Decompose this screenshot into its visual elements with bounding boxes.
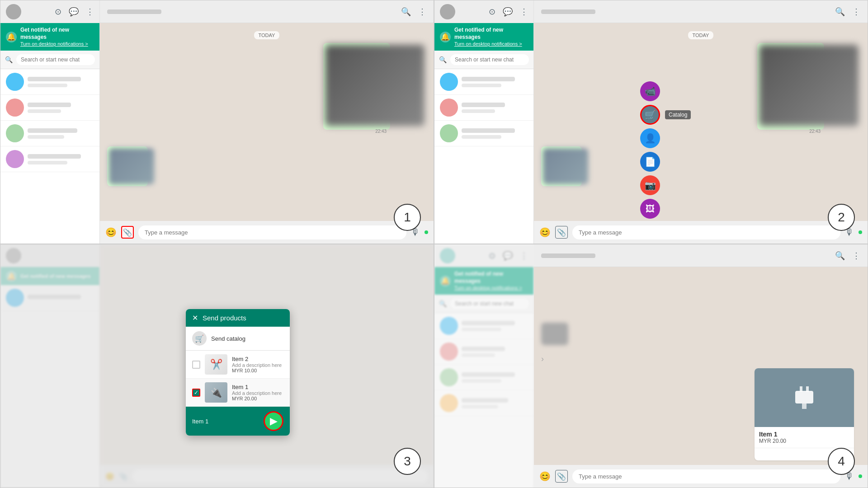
attach-button[interactable]: 📎 <box>121 226 134 239</box>
step2-user-avatar <box>440 4 455 19</box>
step3-dialog-title: Send products <box>203 314 246 322</box>
step1-message-input[interactable] <box>138 225 406 239</box>
chat-icon[interactable]: 💬 <box>69 7 79 17</box>
community-icon2[interactable]: ⊙ <box>489 7 495 17</box>
community-icon4[interactable]: ⊙ <box>489 251 495 261</box>
step2-sidebar-header: ⊙ 💬 ⋮ <box>434 0 533 23</box>
step3-close-button[interactable]: ✕ <box>192 314 198 322</box>
step3-send-catalog-row[interactable]: 🛒 Send catalog <box>186 327 290 351</box>
chat-list-item[interactable] <box>434 390 533 416</box>
emoji-button4[interactable]: 😊 <box>539 471 551 482</box>
step3-product-item2[interactable]: ✂️ Item 2 Add a description here MYR 10.… <box>186 351 290 379</box>
chat-icon2[interactable]: 💬 <box>503 7 513 17</box>
catalog-attach-button[interactable]: 🛒 Catalog <box>640 105 660 125</box>
contact-attach-button[interactable]: 👤 <box>640 128 660 148</box>
chat-list-item[interactable] <box>0 95 99 121</box>
step2-search-input[interactable] <box>450 54 529 65</box>
step2-message-input[interactable] <box>572 225 840 239</box>
step2-chat-area: 🔍 ⋮ TODAY 22:43 📹 <box>534 0 868 244</box>
chat-info <box>28 128 94 139</box>
menu-icon2[interactable]: ⋮ <box>520 7 528 17</box>
chat-info <box>28 154 94 164</box>
notification-icon: 🔔 <box>6 32 17 42</box>
step3-product-item1[interactable]: 🔌 Item 1 Add a description here MYR 20.0… <box>186 379 290 407</box>
search-chat-icon[interactable]: 🔍 <box>401 7 411 17</box>
chat-avatar <box>6 99 24 117</box>
step3-product2-checkbox[interactable] <box>192 361 200 369</box>
more-options-icon[interactable]: ⋮ <box>418 7 426 17</box>
emoji-bg: 😊 <box>105 472 114 481</box>
step3-product1-info: Item 1 Add a description here MYR 20.00 <box>232 384 283 401</box>
chat-title-blur4 <box>541 253 595 258</box>
step3-product1-checkbox[interactable] <box>192 389 200 397</box>
online-dot4 <box>859 474 862 478</box>
attach-button4[interactable]: 📎 <box>555 470 568 483</box>
search-chat-icon2[interactable]: 🔍 <box>835 7 845 17</box>
step1-chat-list <box>0 69 99 244</box>
chat-list-item[interactable] <box>434 121 533 146</box>
gallery-icon: 🖼 <box>646 204 655 214</box>
chat-list-item[interactable] <box>0 69 99 95</box>
blurred-small-image <box>109 148 154 184</box>
attach-button2[interactable]: 📎 <box>555 226 568 239</box>
video-attach-button[interactable]: 📹 <box>640 81 660 101</box>
chat-list-item[interactable] <box>434 365 533 390</box>
chat-title-blur2 <box>541 9 595 14</box>
menu-icon4[interactable]: ⋮ <box>520 251 528 261</box>
chat-list-item[interactable] <box>0 146 99 172</box>
chat-info <box>462 321 528 331</box>
emoji-button[interactable]: 😊 <box>105 227 117 238</box>
chat-list-item[interactable] <box>434 95 533 121</box>
step1-search-input[interactable] <box>16 54 95 65</box>
more-options-icon4[interactable]: ⋮ <box>852 251 860 261</box>
chat-avatar <box>440 73 458 91</box>
chat-icon4[interactable]: 💬 <box>503 251 513 261</box>
chat-list-item[interactable] <box>434 339 533 365</box>
svg-rect-3 <box>806 386 809 392</box>
community-icon[interactable]: ⊙ <box>55 7 61 17</box>
gallery-attach-button[interactable]: 🖼 <box>640 199 660 219</box>
chat-avatar <box>440 317 458 335</box>
search-chat-icon4[interactable]: 🔍 <box>835 251 845 261</box>
chat-name-blur <box>462 128 515 133</box>
blurred-image2 <box>759 45 859 126</box>
camera-attach-button[interactable]: 📷 <box>640 175 660 195</box>
chat-preview-blur <box>28 135 64 139</box>
step4-product-message: Item 1 MYR 20.00 View <box>755 368 854 460</box>
step1-date-badge: TODAY <box>254 31 280 39</box>
chat-name-blur <box>28 154 81 159</box>
chat-list-item[interactable] <box>434 69 533 95</box>
step2-messages-area: TODAY 22:43 <box>534 23 868 221</box>
step2-chat-header: 🔍 ⋮ <box>534 0 868 23</box>
step3-send-button[interactable]: ▶ <box>264 411 283 431</box>
camera-icon: 📷 <box>645 180 656 191</box>
step4-messages-area: › Item 1 MYR 20.00 View <box>534 267 868 465</box>
chat-list-item <box>0 285 99 311</box>
chat-name-blur <box>462 77 515 81</box>
chat-list-item[interactable] <box>0 121 99 146</box>
more-options-icon2[interactable]: ⋮ <box>852 7 860 17</box>
step4-number: 4 <box>828 448 855 475</box>
document-attach-button[interactable]: 📄 <box>640 152 660 172</box>
input-bg <box>132 469 428 483</box>
chat-avatar <box>440 343 458 361</box>
step4-sidebar: ⊙ 💬 ⋮ 🔔 Get notified of new messages Tur… <box>434 244 534 488</box>
step3-product2-price: MYR 10.00 <box>232 368 283 373</box>
chat-avatar <box>440 99 458 117</box>
video-icon: 📹 <box>645 86 656 97</box>
menu-icon[interactable]: ⋮ <box>86 7 94 17</box>
search-icon: 🔍 <box>5 56 13 63</box>
step3-product1-price: MYR 20.00 <box>232 396 283 401</box>
step1-quadrant: ⊙ 💬 ⋮ 🔔 Get notified of new messages Tur… <box>0 0 434 244</box>
chat-info <box>462 128 528 139</box>
step4-chat-area: 🔍 ⋮ › <box>534 244 868 488</box>
chat-info <box>28 103 94 113</box>
step4-user-avatar <box>440 248 455 263</box>
chat-title-blur <box>107 9 161 14</box>
emoji-button2[interactable]: 😊 <box>539 227 551 238</box>
step4-search-input[interactable] <box>450 298 529 309</box>
step4-message-input[interactable] <box>572 469 840 483</box>
step1-time: 22:43 <box>373 128 388 135</box>
chat-list-item[interactable] <box>434 313 533 339</box>
chat-preview-blur <box>462 328 501 331</box>
